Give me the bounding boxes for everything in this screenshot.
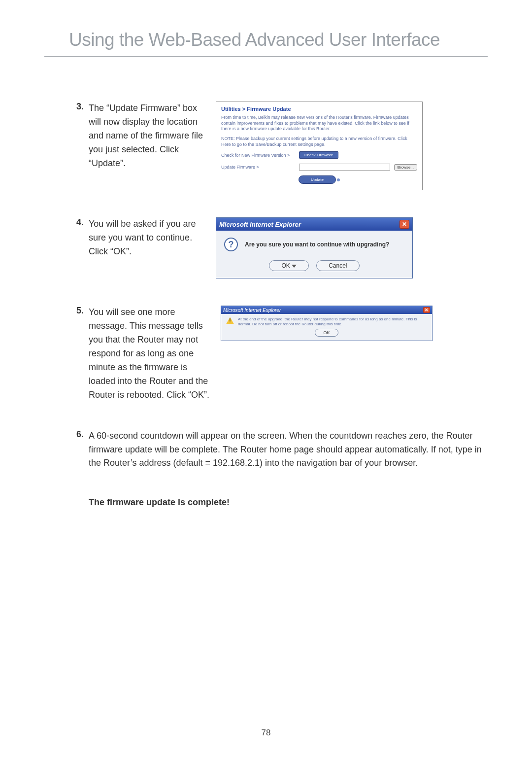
step-3: 3. The “Update Firmware” box will now di… (74, 102, 483, 190)
dialog-message: At the end of the upgrade, the Router ma… (238, 317, 427, 326)
step-number: 6. (74, 429, 89, 471)
chevron-down-icon (292, 265, 297, 268)
page-number: 78 (0, 728, 532, 738)
breadcrumb: Utilities > Firmware Update (221, 106, 417, 112)
dialog-title: Microsoft Internet Explorer (219, 221, 399, 228)
step-text: You will be asked if you are sure you wa… (89, 217, 207, 278)
step-number: 3. (74, 102, 89, 190)
confirm-dialog-screenshot: Microsoft Internet Explorer ✕ ? Are you … (216, 217, 483, 278)
step-4: 4. You will be asked if you are sure you… (74, 217, 483, 278)
step-5: 5. You will see one more message. This m… (74, 306, 483, 402)
dialog-message: Are you sure you want to continue with u… (245, 241, 389, 248)
complete-message: The firmware update is complete! (89, 497, 483, 508)
page-title: Using the Web-Based Advanced User Interf… (44, 30, 488, 50)
update-firmware-label: Update Firmware > (221, 165, 295, 170)
close-icon[interactable]: ✕ (399, 220, 409, 229)
cancel-button[interactable]: Cancel (316, 260, 359, 271)
ok-button[interactable]: OK (269, 260, 308, 271)
close-icon[interactable]: ✕ (423, 307, 430, 313)
update-button[interactable]: Update (299, 175, 336, 184)
fw-note-text: NOTE: Please backup your current setting… (221, 136, 417, 147)
step-6: 6. A 60-second countdown will appear on … (74, 429, 483, 471)
pill-cap-icon (337, 178, 340, 181)
firmware-panel-screenshot: Utilities > Firmware Update From time to… (216, 102, 483, 190)
step-text: The “Update Firmware” box will now displ… (89, 102, 207, 190)
warning-dialog-screenshot: Microsoft Internet Explorer ✕ ! At the e… (221, 306, 483, 402)
step-number: 4. (74, 217, 89, 278)
title-divider (44, 56, 488, 57)
question-icon: ? (224, 238, 238, 251)
dialog-title: Microsoft Internet Explorer (223, 308, 423, 313)
ok-button-label: OK (281, 262, 290, 269)
warning-icon: ! (226, 317, 234, 324)
step-text: A 60-second countdown will appear on the… (89, 429, 483, 471)
browse-button[interactable]: Browse... (394, 164, 417, 171)
check-firmware-button[interactable]: Check Firmware (299, 151, 338, 159)
step-number: 5. (74, 306, 89, 402)
fw-intro-text: From time to time, Belkin may release ne… (221, 115, 417, 132)
step-text: You will see one more message. This mess… (89, 306, 212, 402)
check-firmware-label: Check for New Firmware Version > (221, 153, 295, 158)
firmware-file-input[interactable] (299, 164, 390, 171)
ok-button[interactable]: OK (315, 329, 338, 337)
